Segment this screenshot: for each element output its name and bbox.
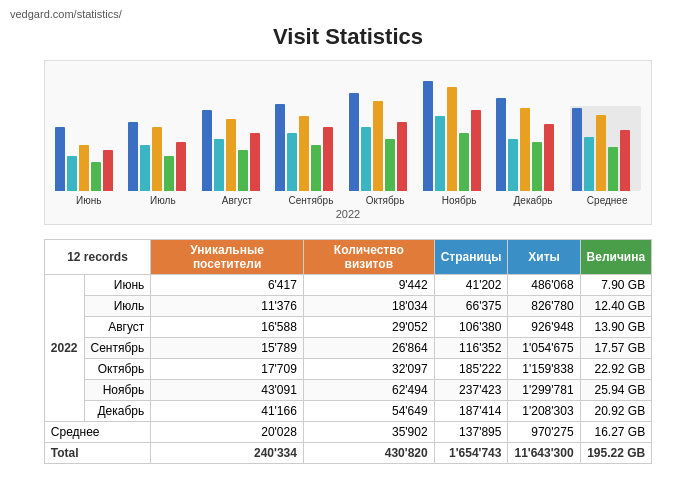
chart-bar: [435, 116, 445, 191]
table-row: Сентябрь15'78926'864116'3521'054'67517.5…: [44, 338, 651, 359]
chart-label: Декабрь: [499, 195, 567, 206]
chart-bar: [91, 162, 101, 191]
page-title: Visit Statistics: [10, 24, 686, 50]
total-cell-unique: 240'334: [151, 443, 304, 464]
chart-bar: [520, 108, 530, 191]
cell-hits: 826'780: [508, 296, 580, 317]
th-records: 12 records: [44, 240, 150, 275]
cell-hits: 486'068: [508, 275, 580, 296]
th-hits: Хиты: [508, 240, 580, 275]
chart-label: Август: [203, 195, 271, 206]
month-cell: Сентябрь: [84, 338, 151, 359]
chart-label: Октябрь: [351, 195, 419, 206]
cell-size: 17.57 GB: [580, 338, 652, 359]
chart-label: Июль: [129, 195, 197, 206]
chart-bar: [79, 145, 89, 191]
chart-container: ИюньИюльАвгустСентябрьОктябрьНоябрьДекаб…: [44, 60, 652, 225]
cell-unique: 11'376: [151, 296, 304, 317]
cell-size: 22.92 GB: [580, 359, 652, 380]
chart-bar: [532, 142, 542, 191]
chart-bar: [55, 127, 65, 191]
cell-visits: 54'649: [303, 401, 434, 422]
cell-visits: 29'052: [303, 317, 434, 338]
cell-hits: 1'159'838: [508, 359, 580, 380]
chart-bar: [214, 139, 224, 191]
avg-label: Среднее: [44, 422, 150, 443]
avg-cell-pages: 137'895: [434, 422, 508, 443]
chart-bar: [447, 87, 457, 191]
cell-size: 25.94 GB: [580, 380, 652, 401]
chart-bar: [471, 110, 481, 191]
cell-size: 12.40 GB: [580, 296, 652, 317]
cell-pages: 187'414: [434, 401, 508, 422]
bar-group: [55, 127, 123, 191]
chart-bar: [572, 108, 582, 191]
chart-bar: [496, 98, 506, 191]
avg-row: Среднее20'02835'902137'895970'27516.27 G…: [44, 422, 651, 443]
cell-pages: 106'380: [434, 317, 508, 338]
th-visits: Количество визитов: [303, 240, 434, 275]
chart-bar: [544, 124, 554, 191]
chart-labels-area: ИюньИюльАвгустСентябрьОктябрьНоябрьДекаб…: [55, 195, 641, 206]
cell-visits: 26'864: [303, 338, 434, 359]
bar-group: [423, 81, 491, 191]
chart-label: Июнь: [55, 195, 123, 206]
chart-bar: [152, 127, 162, 191]
chart-bar: [397, 122, 407, 191]
chart-bar: [128, 122, 138, 191]
month-cell: Июль: [84, 296, 151, 317]
chart-bar: [287, 133, 297, 191]
stats-table: 12 records Уникальные посетители Количес…: [44, 239, 652, 464]
total-label: Total: [44, 443, 150, 464]
cell-size: 7.90 GB: [580, 275, 652, 296]
chart-bar: [226, 119, 236, 191]
total-cell-visits: 430'820: [303, 443, 434, 464]
cell-pages: 116'352: [434, 338, 508, 359]
chart-bar: [250, 133, 260, 191]
chart-bar: [608, 147, 618, 191]
bar-group: [496, 98, 564, 191]
cell-pages: 66'375: [434, 296, 508, 317]
chart-bar: [584, 137, 594, 191]
chart-bar: [202, 110, 212, 191]
chart-bar: [423, 81, 433, 191]
chart-bar: [459, 133, 469, 191]
cell-hits: 1'208'303: [508, 401, 580, 422]
cell-hits: 1'054'675: [508, 338, 580, 359]
chart-bar: [385, 139, 395, 191]
chart-bar: [620, 130, 630, 191]
chart-year: 2022: [55, 208, 641, 220]
chart-bar: [176, 142, 186, 191]
avg-cell-size: 16.27 GB: [580, 422, 652, 443]
table-row: Октябрь17'70932'097185'2221'159'83822.92…: [44, 359, 651, 380]
bar-group: [128, 122, 196, 191]
chart-bar: [164, 156, 174, 191]
cell-visits: 32'097: [303, 359, 434, 380]
chart-bars-area: [55, 71, 641, 191]
month-cell: Декабрь: [84, 401, 151, 422]
chart-bar: [373, 101, 383, 191]
month-cell: Июнь: [84, 275, 151, 296]
table-row: 2022Июнь6'4179'44241'202486'0687.90 GB: [44, 275, 651, 296]
bar-group: [570, 106, 642, 191]
chart-bar: [299, 116, 309, 191]
cell-unique: 43'091: [151, 380, 304, 401]
total-cell-size: 195.22 GB: [580, 443, 652, 464]
table-row: Август16'58829'052106'380926'94813.90 GB: [44, 317, 651, 338]
avg-cell-hits: 970'275: [508, 422, 580, 443]
chart-label: Сентябрь: [277, 195, 345, 206]
cell-unique: 17'709: [151, 359, 304, 380]
avg-cell-visits: 35'902: [303, 422, 434, 443]
chart-bar: [361, 127, 371, 191]
chart-bar: [323, 127, 333, 191]
table-row: Июль11'37618'03466'375826'78012.40 GB: [44, 296, 651, 317]
cell-unique: 15'789: [151, 338, 304, 359]
th-size: Величина: [580, 240, 652, 275]
bar-group: [275, 104, 343, 191]
chart-bar: [311, 145, 321, 191]
cell-visits: 18'034: [303, 296, 434, 317]
month-cell: Октябрь: [84, 359, 151, 380]
chart-label: Среднее: [573, 195, 641, 206]
cell-visits: 9'442: [303, 275, 434, 296]
chart-bar: [275, 104, 285, 191]
